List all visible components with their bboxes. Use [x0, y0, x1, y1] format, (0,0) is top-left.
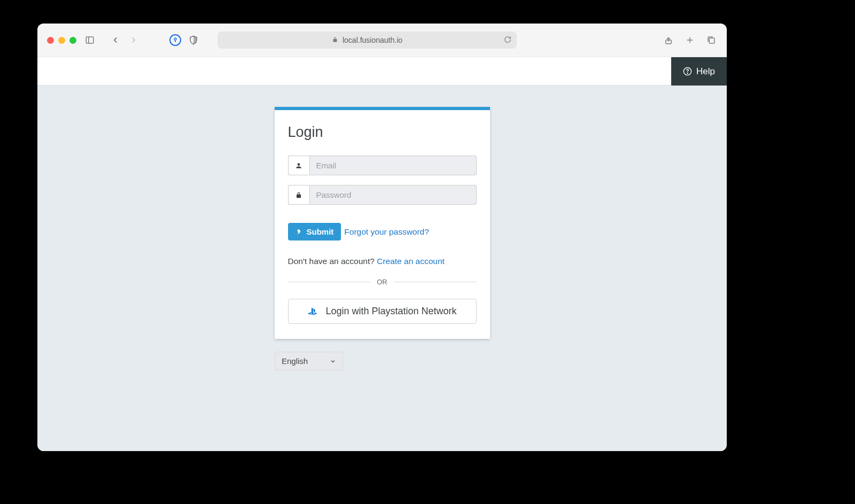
forward-button[interactable] [127, 33, 141, 47]
onepassword-icon[interactable] [169, 34, 181, 46]
lock-icon [332, 36, 338, 44]
page-content: Help Login Submit Forg [37, 57, 727, 451]
submit-row: Submit Forgot your password? [288, 223, 477, 241]
password-input[interactable] [309, 185, 477, 205]
language-value: English [282, 356, 308, 366]
toolbar-right [663, 34, 717, 46]
svg-rect-8 [709, 38, 714, 43]
browser-window: local.fusionauth.io Help Login [37, 24, 727, 451]
maximize-window-button[interactable] [69, 37, 76, 44]
url-text: local.fusionauth.io [343, 36, 402, 44]
help-label: Help [696, 66, 715, 77]
sso-label: Login with Playstation Network [325, 306, 456, 317]
chevron-down-icon [330, 358, 336, 365]
email-input[interactable] [309, 156, 477, 175]
browser-chrome: local.fusionauth.io [37, 24, 727, 57]
playstation-icon [307, 306, 318, 317]
minimize-window-button[interactable] [58, 37, 65, 44]
user-icon [288, 156, 309, 175]
tabs-overview-icon[interactable] [705, 34, 717, 46]
password-group [288, 185, 477, 205]
login-title: Login [288, 124, 477, 141]
privacy-shield-icon[interactable] [188, 34, 199, 46]
submit-label: Submit [307, 227, 334, 236]
svg-rect-0 [86, 37, 94, 43]
signup-row: Don't have an account? Create an account [288, 257, 477, 266]
or-label: OR [377, 278, 387, 286]
help-icon [683, 67, 692, 76]
lock-icon [288, 185, 309, 205]
app-header [37, 57, 727, 86]
window-controls [47, 37, 76, 44]
login-card: Login Submit Forgot your password? [275, 107, 490, 339]
submit-button[interactable]: Submit [288, 223, 341, 241]
or-divider: OR [288, 278, 477, 286]
nav-arrows [108, 33, 141, 47]
create-account-link[interactable]: Create an account [377, 257, 445, 266]
key-icon [296, 228, 303, 236]
svg-point-2 [174, 38, 176, 40]
share-icon[interactable] [663, 34, 674, 46]
sidebar-toggle-icon[interactable] [84, 34, 96, 46]
close-window-button[interactable] [47, 37, 54, 44]
new-tab-icon[interactable] [684, 34, 696, 46]
signup-prompt: Don't have an account? [288, 257, 377, 266]
back-button[interactable] [108, 33, 122, 47]
svg-point-10 [687, 73, 688, 73]
email-group [288, 156, 477, 175]
reload-icon[interactable] [504, 36, 511, 45]
help-button[interactable]: Help [671, 57, 727, 86]
extension-icons [169, 34, 199, 46]
url-bar[interactable]: local.fusionauth.io [217, 32, 517, 49]
playstation-login-button[interactable]: Login with Playstation Network [288, 299, 477, 324]
language-select[interactable]: English [275, 352, 343, 370]
forgot-password-link[interactable]: Forgot your password? [344, 227, 429, 237]
